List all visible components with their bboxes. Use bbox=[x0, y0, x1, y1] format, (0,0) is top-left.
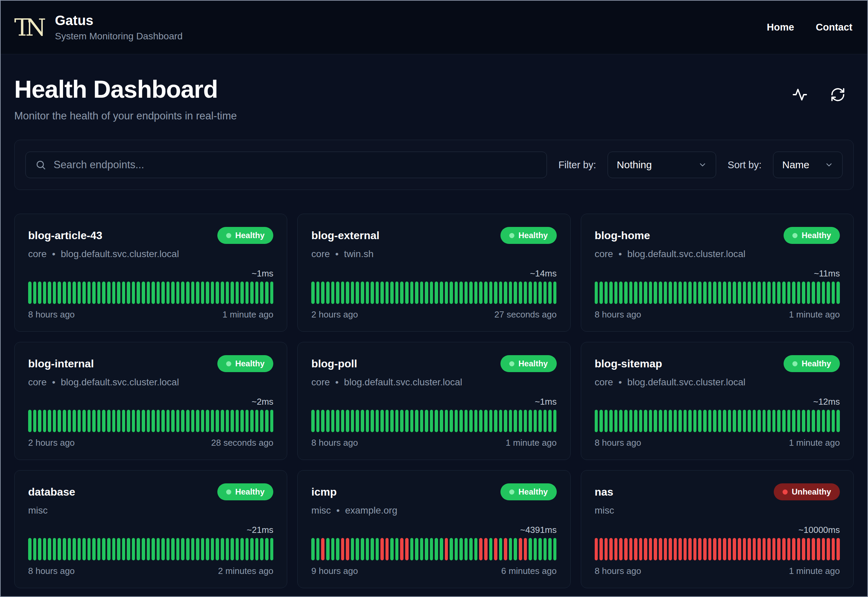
uptime-bar[interactable] bbox=[615, 410, 618, 432]
uptime-bar[interactable] bbox=[376, 538, 379, 560]
uptime-bar[interactable] bbox=[629, 410, 633, 432]
uptime-bar[interactable] bbox=[787, 538, 791, 560]
uptime-bar[interactable] bbox=[767, 538, 771, 560]
uptime-bar[interactable] bbox=[524, 538, 527, 560]
uptime-bar[interactable] bbox=[112, 410, 116, 432]
uptime-bar[interactable] bbox=[142, 410, 145, 432]
uptime-bar[interactable] bbox=[644, 282, 647, 304]
uptime-bar[interactable] bbox=[216, 538, 219, 560]
uptime-bar[interactable] bbox=[440, 282, 443, 304]
uptime-bar[interactable] bbox=[405, 538, 409, 560]
uptime-bar[interactable] bbox=[137, 538, 140, 560]
uptime-bar[interactable] bbox=[450, 410, 453, 432]
uptime-bar[interactable] bbox=[351, 282, 354, 304]
uptime-bar[interactable] bbox=[654, 282, 657, 304]
uptime-bar[interactable] bbox=[534, 538, 537, 560]
uptime-bar[interactable] bbox=[450, 282, 453, 304]
uptime-bar[interactable] bbox=[122, 410, 126, 432]
uptime-bar[interactable] bbox=[341, 410, 345, 432]
uptime-bar[interactable] bbox=[524, 410, 527, 432]
uptime-bar[interactable] bbox=[381, 410, 384, 432]
uptime-bar[interactable] bbox=[509, 282, 513, 304]
uptime-bar[interactable] bbox=[107, 538, 111, 560]
uptime-bar[interactable] bbox=[639, 282, 643, 304]
uptime-bar[interactable] bbox=[802, 538, 805, 560]
uptime-bar[interactable] bbox=[615, 282, 618, 304]
uptime-bar[interactable] bbox=[311, 410, 315, 432]
uptime-bar[interactable] bbox=[28, 410, 31, 432]
uptime-bar[interactable] bbox=[147, 282, 150, 304]
uptime-bar[interactable] bbox=[718, 538, 721, 560]
uptime-bar[interactable] bbox=[236, 282, 239, 304]
uptime-bar[interactable] bbox=[425, 538, 428, 560]
uptime-bar[interactable] bbox=[797, 410, 801, 432]
uptime-bar[interactable] bbox=[346, 410, 349, 432]
uptime-bar[interactable] bbox=[63, 282, 66, 304]
uptime-bar[interactable] bbox=[465, 282, 468, 304]
uptime-bar[interactable] bbox=[703, 410, 707, 432]
brand[interactable]: TN Gatus System Monitoring Dashboard bbox=[16, 13, 183, 42]
uptime-bar[interactable] bbox=[494, 282, 498, 304]
uptime-bar[interactable] bbox=[28, 282, 31, 304]
uptime-bar[interactable] bbox=[708, 282, 712, 304]
uptime-bar[interactable] bbox=[68, 282, 71, 304]
uptime-bar[interactable] bbox=[499, 282, 502, 304]
endpoint-card[interactable]: blog-external Healthy core • twin.sh ~14… bbox=[297, 214, 570, 332]
filter-select[interactable]: Nothing bbox=[607, 151, 716, 178]
uptime-bar[interactable] bbox=[459, 410, 463, 432]
uptime-bar[interactable] bbox=[822, 410, 825, 432]
uptime-bar[interactable] bbox=[265, 410, 268, 432]
uptime-bar[interactable] bbox=[529, 538, 532, 560]
uptime-bar[interactable] bbox=[137, 410, 140, 432]
uptime-bar[interactable] bbox=[390, 410, 394, 432]
uptime-bar[interactable] bbox=[802, 410, 805, 432]
uptime-bar[interactable] bbox=[624, 410, 628, 432]
uptime-bar[interactable] bbox=[509, 538, 513, 560]
uptime-bar[interactable] bbox=[713, 538, 717, 560]
uptime-bar[interactable] bbox=[73, 538, 76, 560]
uptime-bar[interactable] bbox=[669, 538, 672, 560]
uptime-bar[interactable] bbox=[538, 282, 542, 304]
uptime-bar[interactable] bbox=[270, 282, 274, 304]
uptime-bar[interactable] bbox=[381, 538, 384, 560]
uptime-bar[interactable] bbox=[753, 282, 756, 304]
uptime-bar[interactable] bbox=[802, 282, 805, 304]
uptime-bar[interactable] bbox=[688, 410, 692, 432]
uptime-bar[interactable] bbox=[425, 410, 428, 432]
uptime-bar[interactable] bbox=[703, 538, 707, 560]
uptime-bar[interactable] bbox=[211, 410, 214, 432]
uptime-bar[interactable] bbox=[216, 282, 219, 304]
uptime-bar[interactable] bbox=[78, 282, 81, 304]
uptime-bar[interactable] bbox=[38, 538, 41, 560]
uptime-bar[interactable] bbox=[231, 282, 234, 304]
uptime-bar[interactable] bbox=[708, 538, 712, 560]
uptime-bar[interactable] bbox=[161, 410, 165, 432]
uptime-bar[interactable] bbox=[58, 282, 61, 304]
uptime-bar[interactable] bbox=[420, 282, 424, 304]
uptime-bar[interactable] bbox=[250, 282, 253, 304]
uptime-bar[interactable] bbox=[519, 538, 522, 560]
uptime-bar[interactable] bbox=[206, 282, 209, 304]
uptime-bar[interactable] bbox=[738, 282, 741, 304]
uptime-bar[interactable] bbox=[450, 538, 453, 560]
uptime-bar[interactable] bbox=[336, 538, 339, 560]
uptime-bar[interactable] bbox=[445, 410, 448, 432]
uptime-bar[interactable] bbox=[221, 538, 224, 560]
uptime-bar[interactable] bbox=[410, 282, 414, 304]
uptime-bar[interactable] bbox=[634, 410, 637, 432]
uptime-bar[interactable] bbox=[92, 282, 96, 304]
uptime-bar[interactable] bbox=[748, 282, 751, 304]
uptime-bar[interactable] bbox=[534, 282, 537, 304]
uptime-bar[interactable] bbox=[151, 282, 155, 304]
uptime-bar[interactable] bbox=[548, 282, 552, 304]
uptime-bar[interactable] bbox=[455, 538, 458, 560]
uptime-bar[interactable] bbox=[440, 538, 443, 560]
uptime-bar[interactable] bbox=[240, 410, 244, 432]
uptime-bar[interactable] bbox=[624, 282, 628, 304]
uptime-bar[interactable] bbox=[674, 538, 677, 560]
uptime-bar[interactable] bbox=[674, 410, 677, 432]
uptime-bar[interactable] bbox=[166, 410, 170, 432]
uptime-bar[interactable] bbox=[206, 410, 209, 432]
uptime-bar[interactable] bbox=[250, 538, 253, 560]
uptime-bar[interactable] bbox=[664, 538, 667, 560]
